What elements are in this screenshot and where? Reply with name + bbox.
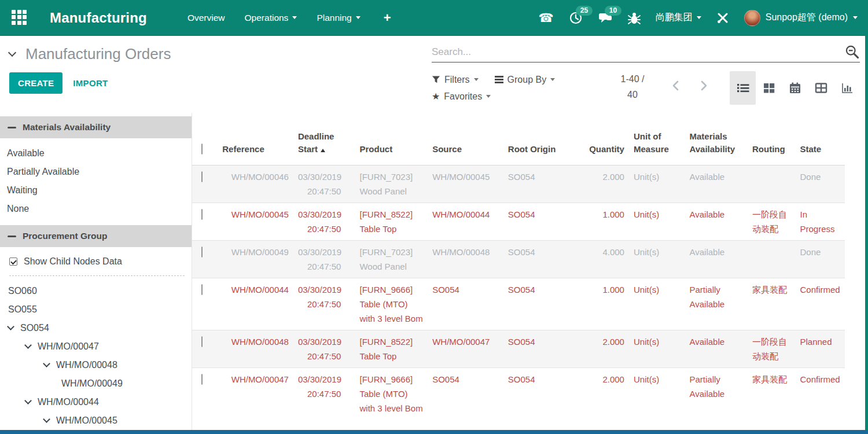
cell-deadline[interactable]: 03/30/201920:47:50 [293,368,355,420]
cell-source[interactable]: WH/MO/00047 [428,330,503,368]
checkbox-icon[interactable] [201,374,203,385]
cell-state[interactable]: Done [795,165,845,203]
cell-routing[interactable]: 家具装配 [748,278,795,330]
cell-root-origin[interactable]: SO054 [503,330,579,368]
filter-partially-available[interactable]: Partially Available [0,163,192,181]
cell-deadline[interactable]: 03/30/201920:47:50 [293,241,355,278]
cell-availability[interactable]: Available [685,241,748,278]
checkbox-checked-icon[interactable] [9,258,17,266]
cell-uom[interactable]: Unit(s) [629,241,685,278]
user-menu[interactable]: Sunpop超管 (demo) [744,10,858,26]
cell-quantity[interactable]: 1.000 [579,278,629,330]
cell-product[interactable]: [FURN_7023] Wood Panel [355,165,428,203]
pager-previous-button[interactable] [670,78,682,93]
chevron-down-icon[interactable] [43,415,50,423]
menu-operations[interactable]: Operations [245,13,297,23]
header-product[interactable]: Product [355,113,428,165]
search-input[interactable] [432,46,844,58]
cell-state[interactable]: Planned [795,330,845,368]
list-view-button[interactable] [730,71,756,105]
filter-waiting[interactable]: Waiting [0,181,192,200]
cell-select[interactable] [192,165,218,203]
cell-routing[interactable]: 家具装配 [748,368,795,420]
tree-item-so055[interactable]: SO055 [0,300,192,319]
phone-button[interactable]: ☎ [539,12,554,24]
table-row[interactable]: WH/MO/00048 03/30/201920:47:50 [FURN_852… [192,330,845,368]
checkbox-icon[interactable] [201,144,203,155]
cell-routing[interactable] [748,165,795,203]
filter-none[interactable]: None [0,200,192,218]
checkbox-icon[interactable] [201,171,203,182]
menu-overview[interactable]: Overview [187,13,225,23]
header-state[interactable]: State [795,113,845,165]
cell-source[interactable]: WH/MO/00044 [428,203,503,241]
cell-uom[interactable]: Unit(s) [629,330,685,368]
chevron-down-icon[interactable] [24,341,32,349]
cell-quantity[interactable]: 1.000 [579,203,629,241]
table-row[interactable]: WH/MO/00049 03/30/201920:47:50 [FURN_702… [192,241,845,278]
cell-state[interactable]: In Progress [795,203,845,241]
cell-product[interactable]: [FURN_7023] Wood Panel [355,241,428,278]
cell-routing[interactable]: 一阶段自动装配 [748,203,795,241]
cell-uom[interactable]: Unit(s) [629,203,685,241]
header-quantity[interactable]: Quantity [579,113,629,165]
table-row[interactable]: WH/MO/00047 03/30/201920:47:50 [FURN_966… [192,368,845,420]
checkbox-icon[interactable] [201,209,203,220]
cell-product[interactable]: [FURN_9666] Table (MTO) with 3 level Bom [355,278,428,330]
pager-next-button[interactable] [697,78,710,93]
cell-product[interactable]: [FURN_8522] Table Top [355,203,428,241]
pivot-view-button[interactable] [808,71,834,105]
header-availability[interactable]: Materials Availability [685,113,748,165]
cell-root-origin[interactable]: SO054 [503,165,579,203]
section-procurement-group[interactable]: Procurement Group [0,225,192,247]
messages-button[interactable]: 10 [598,11,613,25]
cell-state[interactable]: Confirmed [795,368,845,420]
cell-select[interactable] [192,330,218,368]
cell-availability[interactable]: Partially Available [685,368,748,420]
header-deadline-start[interactable]: Deadline Start [293,113,355,165]
cell-select[interactable] [192,203,218,241]
favorites-dropdown[interactable]: ★ Favorites [432,91,491,102]
cell-routing[interactable] [748,241,795,278]
group-by-dropdown[interactable]: Group By [495,75,556,85]
cell-availability[interactable]: Available [685,165,748,203]
cell-deadline[interactable]: 03/30/201920:47:50 [293,203,355,241]
cell-select[interactable] [192,368,218,420]
cell-reference[interactable]: WH/MO/00048 [218,330,293,368]
tree-item-so060[interactable]: SO060 [0,282,192,300]
company-switcher[interactable]: 尚鹏集团 [656,12,701,24]
cell-source[interactable]: WH/MO/00048 [428,241,503,278]
filter-available[interactable]: Available [0,144,192,163]
show-child-nodes-toggle[interactable]: Show Child Nodes Data [9,256,185,276]
graph-view-button[interactable] [834,71,860,105]
tree-item-mo00044[interactable]: WH/MO/00044 [0,393,192,411]
checkbox-icon[interactable] [201,247,203,258]
cell-select[interactable] [192,241,218,278]
cell-source[interactable]: SO054 [428,368,503,420]
cell-state[interactable]: Confirmed [795,278,845,330]
header-source[interactable]: Source [428,113,503,165]
tree-item-mo00045[interactable]: WH/MO/00045 [0,411,192,430]
table-row[interactable]: WH/MO/00046 03/30/201920:47:50 [FURN_702… [192,165,845,203]
app-title[interactable]: Manufacturing [50,10,147,26]
cell-deadline[interactable]: 03/30/201920:47:50 [293,278,355,330]
tools-button[interactable] [716,12,729,24]
add-menu-button[interactable]: + [384,10,391,25]
cell-root-origin[interactable]: SO054 [503,203,579,241]
kanban-view-button[interactable] [756,71,782,105]
search-icon[interactable] [844,44,860,60]
section-materials-availability[interactable]: Materials Availability [0,116,192,138]
cell-reference[interactable]: WH/MO/00044 [218,278,293,330]
create-button[interactable]: CREATE [9,72,62,94]
tree-item-mo00048[interactable]: WH/MO/00048 [0,356,192,374]
cell-reference[interactable]: WH/MO/00046 [218,165,293,203]
cell-quantity[interactable]: 2.000 [579,165,629,203]
cell-availability[interactable]: Available [685,203,748,241]
cell-root-origin[interactable]: SO054 [503,278,579,330]
select-all-header[interactable] [192,113,218,165]
filters-dropdown[interactable]: Filters [432,75,479,85]
header-uom[interactable]: Unit of Measure [629,113,685,165]
cell-deadline[interactable]: 03/30/201920:47:50 [293,330,355,368]
cell-source[interactable]: WH/MO/00045 [428,165,503,203]
breadcrumb-collapse-icon[interactable] [8,49,16,57]
